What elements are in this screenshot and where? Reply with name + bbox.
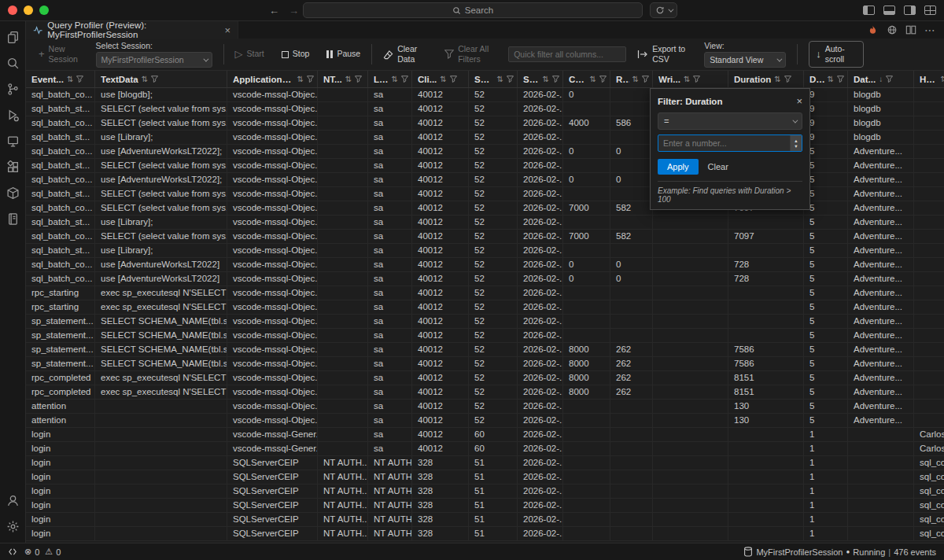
problems-indicator[interactable]: ⊗ 0 ⚠ 0 <box>24 547 61 557</box>
column-header-eventclass[interactable]: Event...⇅ <box>26 71 95 87</box>
stop-button[interactable]: Stop <box>282 49 310 59</box>
filter-funnel-icon[interactable] <box>642 76 649 83</box>
sort-icon[interactable]: ⇅ <box>497 75 503 83</box>
number-spinner[interactable]: ▴▾ <box>790 135 802 151</box>
table-row[interactable]: sql_batch_st...use [Library];vscode-mssq… <box>26 244 944 258</box>
column-header-writes[interactable]: Wri...⇅ <box>653 71 728 87</box>
sort-icon[interactable]: ⇅ <box>684 75 690 83</box>
sort-icon[interactable]: ⇅ <box>543 75 549 83</box>
column-header-spid[interactable]: SPID⇅ <box>469 71 518 87</box>
column-header-hostname[interactable]: Ho...⇅ <box>914 71 944 87</box>
export-csv-button[interactable]: Export to CSV <box>637 44 693 64</box>
table-row[interactable]: rpc_startingexec sp_executesql N'SELECT … <box>26 300 944 315</box>
filter-funnel-icon[interactable] <box>693 76 700 83</box>
column-header-databaseid[interactable]: Dat...⇅ <box>804 71 848 87</box>
table-row[interactable]: loginSQLServerCEIPNT AUTH...NT AUTH...32… <box>26 456 944 470</box>
table-row[interactable]: sql_batch_st...use [Library];vscode-mssq… <box>26 216 944 230</box>
sort-icon[interactable]: ⇅ <box>828 75 834 83</box>
column-header-clientprocessid[interactable]: Cli...⇅ <box>412 71 469 87</box>
toggle-primary-sidebar-icon[interactable] <box>863 6 875 15</box>
operator-select[interactable]: = <box>658 112 802 130</box>
start-button[interactable]: ▷ Start <box>235 48 264 61</box>
sort-icon[interactable]: ⇅ <box>941 75 944 83</box>
close-window-button[interactable] <box>8 6 17 15</box>
filter-value-input[interactable] <box>658 135 790 151</box>
table-row[interactable]: sp_statement...SELECT SCHEMA_NAME(tbl.sc… <box>26 329 944 343</box>
filter-funnel-icon[interactable] <box>151 76 158 83</box>
column-header-starttime[interactable]: Sta...⇅ <box>518 71 563 87</box>
back-icon[interactable]: ← <box>269 5 279 17</box>
refresh-control[interactable] <box>650 2 677 18</box>
filter-funnel-icon[interactable] <box>784 76 791 83</box>
spinner-up-icon[interactable]: ▴ <box>795 138 797 143</box>
column-header-loginname[interactable]: Lo...⇅ <box>368 71 412 87</box>
sort-icon[interactable]: ⇅ <box>440 75 446 83</box>
clear-all-filters-button[interactable]: Clear All Filters <box>444 44 497 64</box>
sort-icon[interactable]: ⇅ <box>345 75 352 83</box>
view-select[interactable]: Standard View <box>704 52 786 68</box>
filter-funnel-icon[interactable] <box>76 76 83 83</box>
table-row[interactable]: loginvscode-mssql-Gener...sa40012602026-… <box>26 442 944 456</box>
autoscroll-button[interactable]: ↓ Auto-scroll <box>809 41 864 68</box>
sort-icon[interactable]: ⇅ <box>297 75 304 83</box>
column-header-reads[interactable]: Re...⇅ <box>610 71 653 87</box>
explorer-icon[interactable] <box>0 24 26 50</box>
column-header-textdata[interactable]: TextData⇅ <box>95 71 227 87</box>
settings-icon[interactable] <box>0 514 26 540</box>
sort-icon[interactable]: ⇅ <box>67 75 73 83</box>
filter-funnel-icon[interactable] <box>401 76 408 83</box>
quick-filter-input[interactable] <box>508 46 626 62</box>
filter-funnel-icon[interactable] <box>599 76 607 83</box>
toggle-secondary-sidebar-icon[interactable] <box>904 6 916 15</box>
table-row[interactable]: sql_batch_co...use [AdventureWorksLT2022… <box>26 258 944 272</box>
account-icon[interactable] <box>0 488 26 514</box>
filter-funnel-icon[interactable] <box>355 76 362 83</box>
table-row[interactable]: loginSQLServerCEIPNT AUTH...NT AUTH...32… <box>26 499 944 513</box>
table-row[interactable]: rpc_completedexec sp_executesql N'SELECT… <box>26 385 944 400</box>
spinner-down-icon[interactable]: ▾ <box>795 143 797 149</box>
flame-icon[interactable] <box>867 24 879 36</box>
search-icon[interactable] <box>0 50 26 76</box>
zoom-window-button[interactable] <box>39 6 49 15</box>
sort-icon[interactable]: ⇅ <box>632 75 639 83</box>
table-row[interactable]: sp_statement...SELECT SCHEMA_NAME(tbl.sc… <box>26 343 944 357</box>
sort-icon[interactable]: ⇅ <box>142 75 148 83</box>
clear-data-button[interactable]: Clear Data <box>383 44 424 64</box>
remote-indicator[interactable] <box>8 547 17 556</box>
column-header-databasename[interactable]: Dat...↓ <box>848 71 914 87</box>
column-header-cpu[interactable]: CPU⇅ <box>563 71 610 87</box>
filter-funnel-icon[interactable] <box>886 76 893 83</box>
column-header-duration[interactable]: Duration⇅ <box>728 71 804 87</box>
column-header-ntusername[interactable]: NT...⇅ <box>318 71 368 87</box>
table-row[interactable]: sp_statement...SELECT SCHEMA_NAME(tbl.sc… <box>26 357 944 371</box>
minimize-window-button[interactable] <box>24 6 33 15</box>
table-row[interactable]: loginSQLServerCEIPNT AUTH...NT AUTH...32… <box>26 470 944 484</box>
clear-filter-button[interactable]: Clear <box>708 162 728 171</box>
table-row[interactable]: sql_batch_co...use [AdventureWorksLT2022… <box>26 272 944 286</box>
database-projects-icon[interactable] <box>0 180 26 206</box>
profiler-session-status[interactable]: MyFirstProfilerSession ● Running | 476 e… <box>743 547 936 557</box>
tab-query-profiler[interactable]: Query Profiler (Preview): MyFirstProfile… <box>26 21 238 39</box>
table-row[interactable]: rpc_startingexec sp_executesql N'SELECT … <box>26 286 944 300</box>
table-row[interactable]: attentionvscode-mssql-Objec...sa40012522… <box>26 400 944 414</box>
table-row[interactable]: loginSQLServerCEIPNT AUTH...NT AUTH...32… <box>26 527 944 541</box>
command-center-search[interactable]: Search <box>303 2 643 18</box>
run-debug-icon[interactable] <box>0 102 26 128</box>
sort-icon[interactable]: ↓ <box>879 75 883 83</box>
pause-button[interactable]: Pause <box>326 49 360 59</box>
table-row[interactable]: sql_batch_co...SELECT (select value from… <box>26 230 944 244</box>
apply-filter-button[interactable]: Apply <box>658 159 699 175</box>
source-control-icon[interactable] <box>0 76 26 102</box>
close-filter-popup-icon[interactable]: × <box>796 95 802 107</box>
close-tab-icon[interactable]: × <box>224 24 230 36</box>
forward-icon[interactable]: → <box>289 5 299 17</box>
table-row[interactable]: rpc_completedexec sp_executesql N'SELECT… <box>26 371 944 385</box>
customize-layout-icon[interactable] <box>924 6 936 15</box>
table-row[interactable]: loginSQLServerCEIPNT AUTH...NT AUTH...32… <box>26 513 944 527</box>
table-row[interactable]: sp_statement...SELECT SCHEMA_NAME(tbl.sc… <box>26 315 944 329</box>
sort-icon[interactable]: ⇅ <box>392 75 398 83</box>
more-actions-icon[interactable]: ⋯ <box>924 24 936 36</box>
table-row[interactable]: loginvscode-mssql-Gener...sa40012602026-… <box>26 428 944 442</box>
column-header-applicationname[interactable]: ApplicationN...⇅ <box>227 71 318 87</box>
table-row[interactable]: loginSQLServerCEIPNT AUTH...NT AUTH...32… <box>26 484 944 499</box>
